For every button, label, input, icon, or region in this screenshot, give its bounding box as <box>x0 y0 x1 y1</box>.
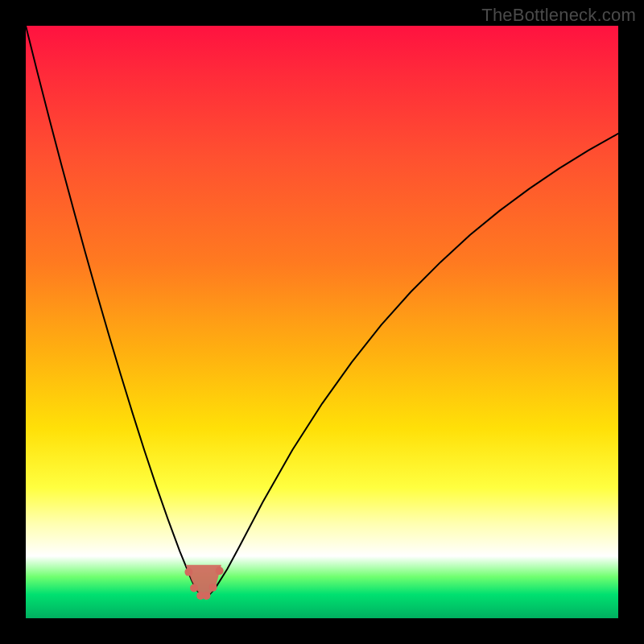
bottleneck-curve <box>26 26 618 597</box>
notch-dot <box>184 568 192 576</box>
notch-dot <box>202 592 210 600</box>
notch-dot <box>209 584 217 592</box>
notch-dot <box>216 567 224 575</box>
notch-dot <box>190 584 198 592</box>
chart-frame: TheBottleneck.com <box>0 0 644 644</box>
plot-area <box>26 26 618 618</box>
watermark-text: TheBottleneck.com <box>481 5 636 26</box>
bottleneck-curve-svg <box>26 26 618 618</box>
